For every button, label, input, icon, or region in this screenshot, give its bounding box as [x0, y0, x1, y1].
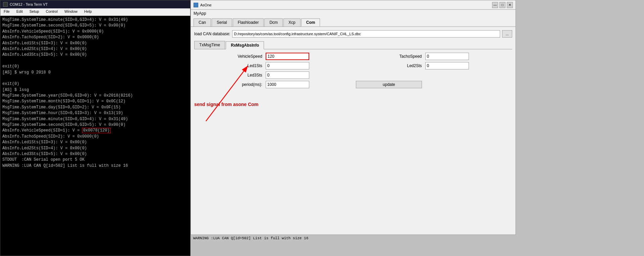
tab-com[interactable]: Com — [301, 18, 320, 27]
annotation-text: send signal from asone Com — [194, 102, 258, 107]
asone-titlebar: AsOne — □ ✕ — [191, 0, 516, 10]
minimize-button[interactable]: — — [492, 2, 498, 8]
vehicle-speed-input[interactable] — [266, 53, 309, 60]
tab-dcm[interactable]: Dcm — [264, 18, 283, 27]
menu-file[interactable]: File — [0, 8, 13, 16]
terminal-window: COM12 - Tera Term VT File Edit Setup Con… — [0, 0, 191, 256]
asone-content: load CAN database: ... TxMsgTime RxMsgAb… — [191, 27, 516, 235]
db-row: load CAN database: ... — [194, 30, 512, 38]
led2-label: Led2Sts — [356, 63, 422, 68]
period-label: period(ms): — [194, 82, 262, 87]
terminal-titlebar: COM12 - Tera Term VT — [0, 0, 190, 8]
tab-can[interactable]: Can — [194, 18, 211, 27]
tab-flashloader[interactable]: Flashloader — [233, 18, 264, 27]
main-tab-row: Can Serial Flashloader Dcm Xcp Com — [191, 17, 516, 27]
browse-button[interactable]: ... — [502, 30, 512, 38]
asone-icon — [194, 3, 198, 7]
db-label: load CAN database: — [194, 32, 230, 36]
tab-xcp[interactable]: Xcp — [283, 18, 301, 27]
subtab-row: TxMsgTime RxMsgAbsInfo — [194, 41, 512, 49]
menu-setup[interactable]: Setup — [26, 8, 43, 16]
led3-input[interactable] — [266, 71, 309, 79]
tacho-speed-input[interactable] — [425, 53, 469, 60]
subtab-rxmsgabsinfo[interactable]: RxMsgAbsInfo — [226, 41, 264, 49]
vehicle-speed-label: VehicleSpeed — [194, 54, 262, 59]
led2-input[interactable] — [425, 62, 469, 69]
terminal-title: COM12 - Tera Term VT — [10, 2, 48, 6]
maximize-button[interactable]: □ — [499, 2, 505, 8]
led1-label: Led1Sts — [194, 63, 262, 68]
asone-window: AsOne — □ ✕ MyApp Can Serial Flashloader… — [191, 0, 516, 235]
menu-window[interactable]: Window — [61, 8, 81, 16]
bottom-bar: WARNING :LUA CAN Q[id=502] List is full … — [191, 235, 516, 256]
menu-help[interactable]: Help — [81, 8, 95, 16]
form-grid: VehicleSpeed TachoSpeed Led1Sts Led2Sts … — [194, 53, 512, 88]
terminal-menubar: File Edit Setup Control Window Help — [0, 8, 190, 16]
app-label: MyApp — [191, 10, 516, 17]
warning-text: WARNING :LUA CAN Q[id=502] List is full … — [191, 235, 516, 242]
asone-titlebar-left: AsOne — [194, 3, 212, 7]
update-button[interactable]: update — [356, 81, 422, 88]
terminal-body: MsgTime.SystemTime.minute(SID=0,GID=4): … — [0, 16, 190, 256]
tab-serial[interactable]: Serial — [212, 18, 232, 27]
period-input[interactable] — [266, 81, 309, 88]
titlebar-controls: — □ ✕ — [492, 2, 513, 8]
led3-label: Led3Sts — [194, 73, 262, 78]
tacho-speed-label: TachoSpeed — [356, 54, 422, 59]
asone-title: AsOne — [200, 3, 212, 7]
subtab-txmsgtime[interactable]: TxMsgTime — [194, 41, 225, 49]
terminal-icon — [3, 2, 8, 7]
menu-edit[interactable]: Edit — [13, 8, 26, 16]
menu-control[interactable]: Control — [42, 8, 61, 16]
right-side: AsOne — □ ✕ MyApp Can Serial Flashloader… — [191, 0, 516, 256]
led1-input[interactable] — [266, 62, 309, 69]
close-button[interactable]: ✕ — [507, 2, 513, 8]
db-path-input[interactable] — [232, 30, 500, 38]
